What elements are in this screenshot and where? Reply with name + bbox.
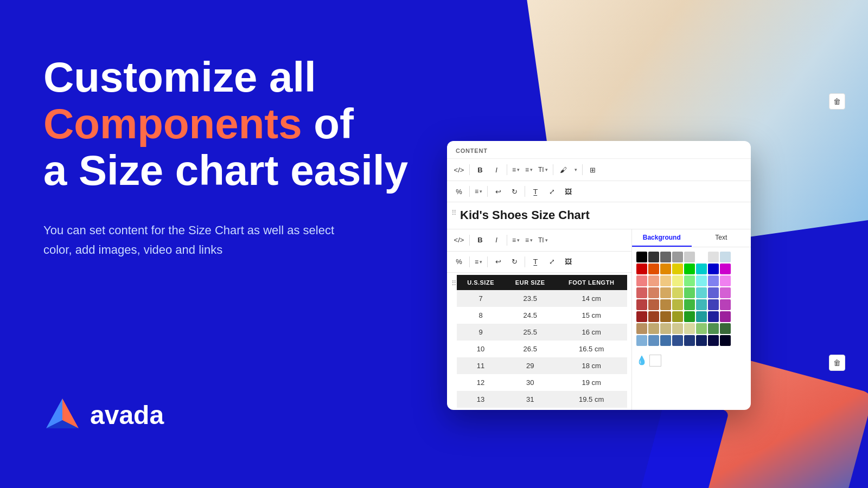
paint-btn[interactable]: 🖌 (556, 162, 571, 177)
paint-dropdown[interactable]: ▾ (572, 162, 579, 177)
color-swatch[interactable] (636, 311, 647, 322)
trash-btn-title[interactable]: 🗑 (829, 93, 845, 110)
color-swatch[interactable] (636, 299, 647, 310)
trash-btn-table[interactable]: 🗑 (829, 355, 845, 371)
list-dropdown3[interactable]: ≡ ▾ (510, 233, 522, 248)
tab-text[interactable]: Text (692, 229, 751, 247)
color-swatch[interactable] (660, 299, 671, 310)
align-dropdown-2[interactable]: ≡ ▾ (473, 254, 484, 269)
undo-btn-2[interactable]: ↩ (490, 254, 506, 269)
link-btn[interactable]: % (451, 184, 467, 199)
list-dropdown4[interactable]: ≡ ▾ (523, 233, 535, 248)
color-swatch[interactable] (708, 311, 719, 322)
color-swatch[interactable] (708, 252, 719, 262)
color-swatch[interactable] (720, 252, 731, 262)
color-swatch[interactable] (648, 287, 659, 298)
align-dropdown[interactable]: ≡ ▾ (473, 184, 484, 199)
color-swatch[interactable] (720, 335, 731, 346)
redo-btn-2[interactable]: ↻ (507, 254, 522, 269)
color-swatch[interactable] (636, 287, 647, 298)
color-swatch[interactable] (696, 323, 707, 334)
color-swatch[interactable] (672, 335, 683, 346)
color-swatch[interactable] (648, 299, 659, 310)
color-swatch[interactable] (672, 299, 683, 310)
color-swatch[interactable] (648, 335, 659, 346)
color-swatch[interactable] (696, 287, 707, 298)
color-swatch[interactable] (696, 252, 707, 262)
color-swatch[interactable] (708, 335, 719, 346)
color-swatch[interactable] (672, 311, 683, 322)
color-swatch[interactable] (660, 335, 671, 346)
color-swatch[interactable] (696, 275, 707, 286)
color-swatch[interactable] (660, 252, 671, 262)
bold-btn[interactable]: B (473, 162, 488, 177)
color-swatch[interactable] (720, 287, 731, 298)
color-swatch[interactable] (636, 264, 647, 274)
color-swatch[interactable] (684, 335, 695, 346)
color-swatch[interactable] (636, 335, 647, 346)
color-swatch[interactable] (720, 299, 731, 310)
code-btn-2[interactable]: </> (451, 233, 467, 248)
undo-btn[interactable]: ↩ (490, 184, 506, 199)
color-swatch[interactable] (696, 335, 707, 346)
eyedropper-icon[interactable]: 💧 (636, 355, 647, 365)
clear-format-btn[interactable]: T̲ (528, 184, 543, 199)
color-swatch[interactable] (684, 275, 695, 286)
color-swatch[interactable] (684, 287, 695, 298)
color-swatch[interactable] (648, 323, 659, 334)
italic-btn[interactable]: I (489, 162, 504, 177)
color-swatch[interactable] (660, 287, 671, 298)
color-swatch[interactable] (684, 311, 695, 322)
list-dropdown2[interactable]: ≡ ▾ (523, 162, 535, 177)
chart-title[interactable]: Kid's Shoes Size Chart (460, 208, 590, 223)
color-swatch[interactable] (672, 275, 683, 286)
color-swatch[interactable] (684, 252, 695, 262)
color-swatch[interactable] (660, 264, 671, 274)
image-btn-2[interactable]: 🖼 (560, 254, 576, 269)
color-swatch[interactable] (720, 323, 731, 334)
color-swatch[interactable] (696, 299, 707, 310)
color-swatch[interactable] (648, 311, 659, 322)
tab-background[interactable]: Background (632, 229, 692, 247)
fullscreen-btn-2[interactable]: ⤢ (544, 254, 559, 269)
color-swatch[interactable] (708, 287, 719, 298)
italic-btn-2[interactable]: I (489, 233, 504, 248)
drag-handle-table[interactable]: ⠿ (451, 279, 457, 287)
table-btn[interactable]: ⊞ (585, 162, 601, 177)
color-swatch[interactable] (636, 323, 647, 334)
clear-format-btn-2[interactable]: T̲ (528, 254, 543, 269)
image-btn[interactable]: 🖼 (560, 184, 576, 199)
color-swatch[interactable] (708, 299, 719, 310)
color-swatch[interactable] (708, 275, 719, 286)
color-swatch[interactable] (660, 311, 671, 322)
color-swatch[interactable] (648, 252, 659, 262)
code-btn[interactable]: </> (451, 162, 467, 177)
list-dropdown1[interactable]: ≡ ▾ (510, 162, 522, 177)
text-dropdown-2[interactable]: TI ▾ (536, 233, 550, 248)
color-swatch[interactable] (660, 275, 671, 286)
color-swatch[interactable] (708, 323, 719, 334)
color-swatch[interactable] (636, 252, 647, 262)
text-dropdown[interactable]: TI ▾ (536, 162, 550, 177)
color-swatch[interactable] (720, 275, 731, 286)
color-swatch[interactable] (660, 323, 671, 334)
color-swatch[interactable] (684, 323, 695, 334)
color-swatch[interactable] (648, 275, 659, 286)
redo-btn[interactable]: ↻ (507, 184, 522, 199)
color-swatch[interactable] (720, 311, 731, 322)
fullscreen-btn[interactable]: ⤢ (544, 184, 559, 199)
color-swatch[interactable] (720, 264, 731, 274)
drag-handle-title[interactable]: ⠿ (451, 209, 457, 217)
color-swatch[interactable] (672, 264, 683, 274)
color-swatch[interactable] (648, 264, 659, 274)
color-swatch[interactable] (636, 275, 647, 286)
color-swatch[interactable] (684, 264, 695, 274)
color-swatch[interactable] (672, 252, 683, 262)
color-swatch[interactable] (708, 264, 719, 274)
color-hex-input[interactable] (649, 355, 661, 367)
bold-btn-2[interactable]: B (473, 233, 488, 248)
color-swatch[interactable] (684, 299, 695, 310)
link-btn-2[interactable]: % (451, 254, 467, 269)
color-swatch[interactable] (696, 311, 707, 322)
color-swatch[interactable] (696, 264, 707, 274)
